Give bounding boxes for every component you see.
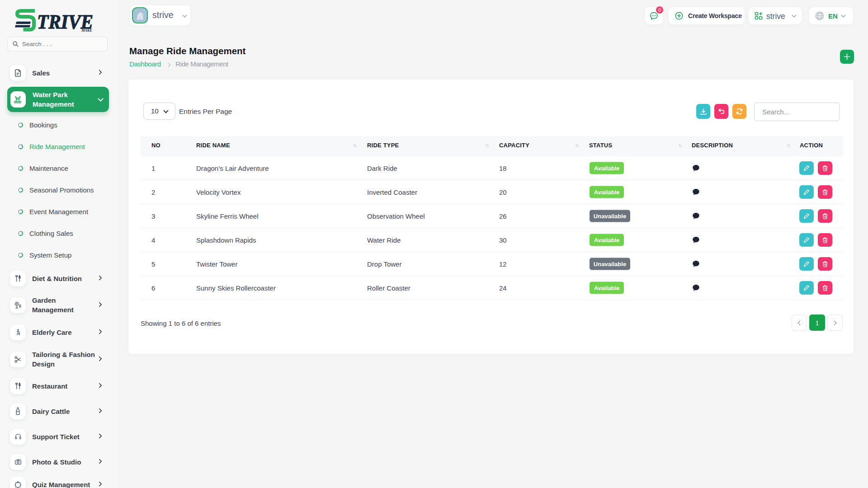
svg-text:MAKE: MAKE	[81, 28, 92, 33]
